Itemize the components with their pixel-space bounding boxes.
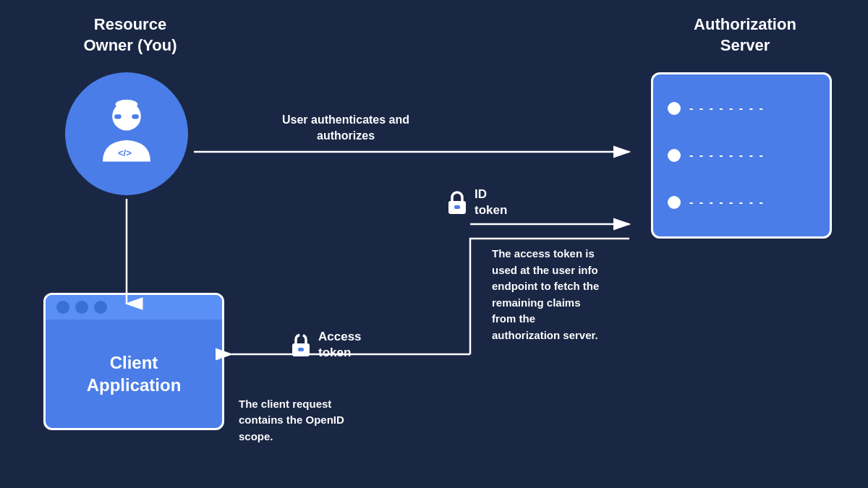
- auth-dashes-3: - - - - - - - -: [689, 196, 765, 209]
- auth-server-row-2: - - - - - - - -: [668, 149, 815, 162]
- auth-server-row-3: - - - - - - - -: [668, 196, 815, 209]
- window-dot-3: [94, 301, 107, 314]
- user-auth-label: User authenticates andauthorizes: [282, 112, 409, 145]
- svg-point-4: [116, 100, 138, 109]
- resource-owner-label: ResourceOwner (You): [58, 14, 203, 56]
- svg-text:</>: </>: [118, 147, 132, 158]
- client-app-box: ClientApplication: [43, 293, 224, 430]
- svg-rect-14: [298, 348, 304, 351]
- window-dot-2: [75, 301, 88, 314]
- access-token-area: Accesstoken: [289, 329, 362, 361]
- id-token-area: IDtoken: [446, 187, 507, 218]
- window-dot-1: [56, 301, 69, 314]
- lock-icon-id-token: [446, 189, 469, 215]
- client-app-header: [46, 295, 222, 320]
- lock-icon-access-token: [289, 332, 312, 358]
- auth-server-label: AuthorizationServer: [665, 14, 825, 56]
- svg-rect-2: [132, 114, 140, 120]
- info-text-right: The access token isused at the user info…: [492, 246, 599, 343]
- auth-dot-2: [668, 149, 681, 162]
- user-avatar: </>: [65, 72, 188, 195]
- auth-server-box: - - - - - - - - - - - - - - - - - - - - …: [651, 72, 832, 239]
- info-text-bottom: The client requestcontains the OpenIDsco…: [239, 396, 344, 445]
- auth-dashes-2: - - - - - - - -: [689, 149, 765, 162]
- id-token-label: IDtoken: [475, 187, 507, 218]
- auth-dot-1: [668, 102, 681, 115]
- access-token-label: Accesstoken: [318, 329, 362, 361]
- auth-dot-3: [668, 196, 681, 209]
- auth-server-row-1: - - - - - - - -: [668, 102, 815, 115]
- svg-rect-1: [114, 114, 122, 120]
- auth-dashes-1: - - - - - - - -: [689, 102, 765, 115]
- diagram-container: ResourceOwner (You) </> AuthorizationSer…: [0, 0, 868, 488]
- svg-rect-12: [454, 205, 460, 209]
- client-app-label: ClientApplication: [72, 337, 196, 411]
